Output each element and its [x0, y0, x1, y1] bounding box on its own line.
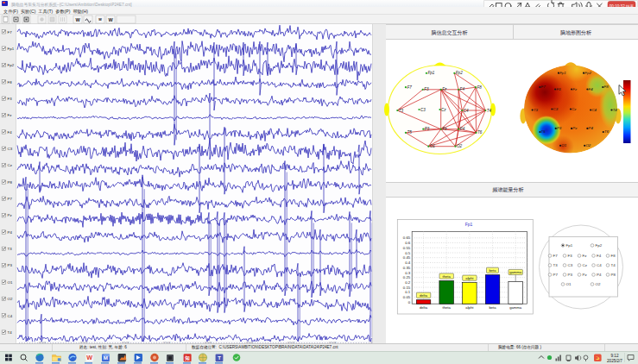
svg-text:T3: T3 — [399, 109, 404, 113]
svg-text:P8: P8 — [8, 180, 13, 185]
svg-text:F4: F4 — [589, 87, 594, 91]
svg-text:beta: beta — [489, 305, 496, 310]
svg-text:Cz: Cz — [583, 263, 587, 267]
svg-text:0.05: 0.05 — [403, 295, 411, 299]
svg-text:O1: O1 — [8, 280, 13, 285]
svg-text:F8: F8 — [477, 85, 482, 90]
svg-text:Cz: Cz — [441, 108, 446, 112]
svg-text:C3: C3 — [568, 263, 573, 267]
svg-text:Fz: Fz — [8, 113, 12, 117]
svg-text:Fp2: Fp2 — [456, 71, 463, 75]
svg-text:F7: F7 — [541, 85, 546, 89]
svg-text:O1: O1 — [566, 282, 572, 286]
svg-text:beta: beta — [489, 268, 496, 273]
svg-text:T3: T3 — [553, 263, 559, 267]
svg-text:Fz: Fz — [572, 87, 578, 91]
svg-text:0.15: 0.15 — [403, 286, 411, 290]
svg-text:C3: C3 — [8, 147, 13, 151]
svg-text:Fp1: Fp1 — [559, 71, 566, 75]
svg-text:Fp1: Fp1 — [427, 71, 434, 75]
svg-text:知: 知 — [184, 355, 190, 361]
svg-text:T5: T5 — [541, 129, 546, 134]
svg-text:F3: F3 — [556, 87, 561, 91]
svg-text:P3: P3 — [568, 273, 573, 277]
svg-text:Fp1: Fp1 — [8, 47, 15, 51]
svg-text:C4: C4 — [591, 108, 597, 112]
svg-text:T4: T4 — [487, 109, 492, 113]
svg-text:0.6: 0.6 — [405, 241, 411, 245]
svg-text:0.5: 0.5 — [405, 251, 411, 255]
svg-text:T4: T4 — [613, 108, 618, 112]
svg-text:0.55: 0.55 — [403, 246, 411, 250]
svg-text:Cz: Cz — [572, 107, 577, 111]
svg-text:F4: F4 — [597, 254, 602, 258]
svg-text:P7: P7 — [8, 197, 13, 201]
svg-text:P4: P4 — [460, 127, 465, 131]
svg-text:F8: F8 — [611, 254, 616, 258]
svg-text:M: M — [104, 355, 108, 361]
svg-text:O1: O1 — [430, 144, 436, 148]
svg-text:Pz: Pz — [572, 126, 578, 130]
svg-text:P3: P3 — [425, 127, 430, 131]
svg-text:0.35: 0.35 — [403, 266, 411, 270]
svg-text:T5: T5 — [407, 130, 412, 135]
svg-text:Cz: Cz — [8, 163, 12, 167]
svg-text:0.2: 0.2 — [405, 280, 411, 285]
svg-text:alpht: alpht — [465, 276, 474, 280]
svg-text:O2: O2 — [457, 144, 463, 148]
svg-text:F7: F7 — [407, 85, 412, 90]
svg-text:O2: O2 — [596, 282, 601, 286]
svg-text:0.1: 0.1 — [405, 290, 411, 294]
svg-text:F3: F3 — [8, 97, 13, 101]
svg-text:gamma: gamma — [509, 305, 522, 310]
svg-text:F7: F7 — [8, 30, 13, 35]
svg-text:P4: P4 — [597, 273, 602, 277]
svg-text:Pz: Pz — [442, 127, 447, 131]
svg-text:Fz: Fz — [442, 87, 447, 91]
svg-text:C3: C3 — [553, 107, 559, 111]
svg-text:0.45: 0.45 — [403, 255, 411, 260]
svg-text:Fp2: Fp2 — [596, 243, 603, 248]
svg-text:T6: T6 — [604, 129, 610, 134]
svg-text:P7: P7 — [553, 273, 559, 277]
svg-text:w: w — [98, 17, 102, 22]
svg-text:P4: P4 — [589, 126, 594, 130]
svg-text:gamma: gamma — [509, 270, 522, 274]
svg-text:T3: T3 — [534, 108, 539, 112]
svg-text:delta: delta — [420, 305, 428, 310]
svg-text:F3: F3 — [568, 254, 573, 258]
svg-text:O2: O2 — [8, 297, 13, 301]
svg-text:P3: P3 — [8, 263, 13, 267]
svg-text:0.3: 0.3 — [405, 271, 411, 275]
svg-text:F8: F8 — [604, 85, 610, 89]
svg-text:C4: C4 — [597, 263, 602, 267]
svg-text:O2: O2 — [585, 143, 591, 147]
svg-text:T4: T4 — [611, 263, 616, 267]
svg-text:P3: P3 — [557, 126, 562, 130]
svg-text:O1: O1 — [561, 143, 566, 147]
svg-text:W: W — [86, 354, 92, 361]
svg-text:alpht: alpht — [465, 305, 474, 310]
svg-text:T4: T4 — [8, 330, 13, 335]
svg-text:T: T — [218, 355, 221, 361]
svg-text:delta: delta — [420, 293, 428, 298]
svg-text:Fp2: Fp2 — [8, 63, 15, 67]
svg-text:Fz: Fz — [583, 254, 587, 258]
svg-text:F3: F3 — [424, 87, 429, 91]
svg-text:F4: F4 — [460, 87, 465, 91]
svg-text:W: W — [108, 17, 113, 22]
svg-text:Fp1: Fp1 — [566, 243, 573, 248]
svg-text:theta: theta — [443, 274, 452, 279]
svg-text:9:12: 9:12 — [611, 354, 619, 358]
svg-text:0.4: 0.4 — [405, 260, 411, 265]
svg-text:C4: C4 — [464, 109, 469, 113]
svg-text:P4: P4 — [8, 230, 13, 235]
svg-text:F7: F7 — [553, 254, 559, 258]
svg-text:Fp2: Fp2 — [584, 71, 591, 75]
svg-text:F4: F4 — [8, 130, 13, 135]
svg-text:W: W — [75, 17, 80, 22]
svg-text:Pz: Pz — [8, 213, 12, 217]
svg-text:T6: T6 — [477, 130, 483, 135]
svg-text:0.25: 0.25 — [403, 275, 411, 279]
svg-text:P8: P8 — [611, 273, 616, 277]
